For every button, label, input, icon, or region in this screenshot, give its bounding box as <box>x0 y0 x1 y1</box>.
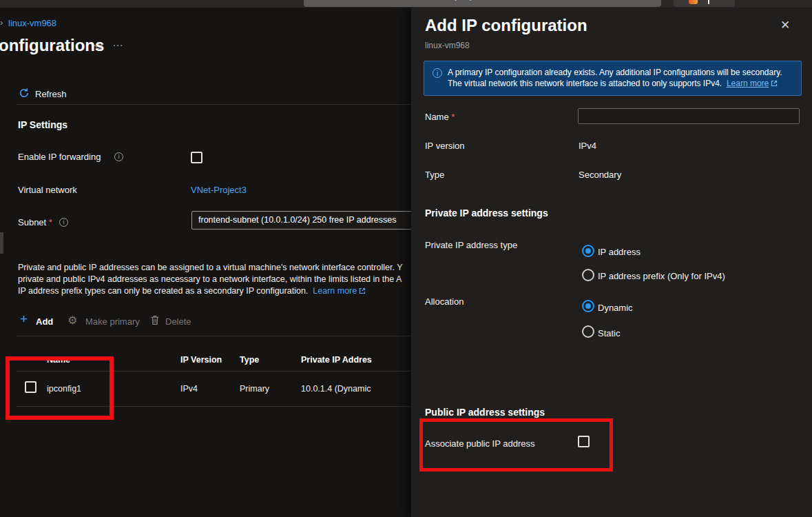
highlight-rectangle-table <box>6 356 114 420</box>
info-banner: i A primary IP configuration already exi… <box>424 61 802 96</box>
page-title: onfigurations <box>0 36 104 55</box>
orange-icon <box>689 0 698 4</box>
learn-more-link[interactable]: Learn more <box>313 286 357 296</box>
required-asterisk: * <box>49 217 52 227</box>
private-ip-type-label: Private IP address type <box>425 240 517 250</box>
private-ip-settings-heading: Private IP address settings <box>425 207 548 219</box>
banner-line1: A primary IP configuration already exist… <box>448 67 782 78</box>
learn-more-link[interactable]: Learn more <box>727 79 769 88</box>
external-link-icon <box>771 79 778 90</box>
panel-subtitle: linux-vm968 <box>425 41 470 50</box>
add-plus-icon: + <box>20 312 28 327</box>
add-ip-configuration-panel: Add IP configuration ✕ linux-vm968 i A p… <box>411 8 812 517</box>
type-value: Secondary <box>579 170 621 180</box>
add-button[interactable]: Add <box>36 316 53 327</box>
search-placeholder: Search resources, services, and docs (G+… <box>313 0 472 1</box>
subnet-select[interactable]: frontend-subnet (10.0.1.0/24) 250 free I… <box>191 211 420 230</box>
global-search-input[interactable]: Search resources, services, and docs (G+… <box>304 0 661 7</box>
radio-static-label[interactable]: Static <box>598 328 621 338</box>
info-banner-text: A primary IP configuration already exist… <box>448 67 782 90</box>
radio-dynamic[interactable] <box>582 300 594 312</box>
breadcrumb-item-vm[interactable]: linux-vm968 <box>8 18 56 28</box>
banner-line2-text: The virtual network this network interfa… <box>448 79 722 88</box>
type-label: Type <box>425 170 444 180</box>
delete-button[interactable]: Delete <box>165 316 191 327</box>
row-type: Primary <box>240 384 269 394</box>
radio-ip-address-label[interactable]: IP address <box>598 247 641 257</box>
info-icon[interactable]: i <box>114 152 123 161</box>
virtual-network-label: Virtual network <box>18 185 77 195</box>
allocation-label: Allocation <box>425 296 464 307</box>
ip-settings-heading: IP Settings <box>18 119 67 130</box>
info-icon[interactable]: i <box>59 218 68 227</box>
table-header-private-ip[interactable]: Private IP Addres <box>301 355 372 365</box>
make-primary-button[interactable]: Make primary <box>85 316 140 327</box>
refresh-button[interactable]: Refresh <box>35 89 67 99</box>
radio-ip-address[interactable] <box>582 245 594 257</box>
banner-line2: The virtual network this network interfa… <box>448 78 782 90</box>
more-options-icon[interactable]: … <box>112 37 124 49</box>
breadcrumb-chevron-icon: › <box>0 17 3 28</box>
subnet-label-text: Subnet <box>18 217 46 227</box>
subnet-label: Subnet * <box>18 217 52 227</box>
close-icon[interactable]: ✕ <box>780 18 790 32</box>
public-ip-settings-heading: Public IP address settings <box>425 407 545 418</box>
favorite-star-icon[interactable]: ☆ <box>93 39 103 54</box>
gear-icon: ⚙ <box>67 314 77 327</box>
ip-version-value: IPv4 <box>579 141 596 151</box>
radio-static[interactable] <box>582 325 594 338</box>
refresh-icon <box>19 88 30 101</box>
portal-top-bar: Search resources, services, and docs (G+… <box>0 0 812 8</box>
description-line: IP address prefix types can only be crea… <box>18 286 366 296</box>
name-input[interactable] <box>578 108 800 124</box>
description-line-text: IP address prefix types can only be crea… <box>18 286 308 296</box>
external-link-icon <box>359 287 366 296</box>
table-header-ip-version[interactable]: IP Version <box>180 355 222 365</box>
radio-ip-address-prefix-label[interactable]: IP address prefix (Only for IPv4) <box>598 271 725 281</box>
info-icon: i <box>433 68 442 78</box>
virtual-network-link[interactable]: VNet-Project3 <box>191 185 247 195</box>
description-line: private and public IPv4 addresses as nec… <box>18 274 402 284</box>
highlight-rectangle-associate <box>419 418 613 472</box>
required-asterisk: * <box>451 112 455 122</box>
description-line: Private and public IP addresses can be a… <box>18 263 402 272</box>
row-ip-version: IPv4 <box>180 384 198 394</box>
table-header-type[interactable]: Type <box>240 355 259 365</box>
page-edge-scroll-handle[interactable] <box>0 232 3 254</box>
toolbar-divider <box>17 336 411 336</box>
enable-ip-forwarding-label: Enable IP forwarding <box>18 152 101 162</box>
enable-ip-forwarding-checkbox[interactable] <box>191 152 202 163</box>
azure-portal-window: › linux-vm968 onfigurations ☆ … Refresh … <box>0 0 812 517</box>
radio-dynamic-label[interactable]: Dynamic <box>598 303 633 313</box>
topbar-button[interactable] <box>674 0 735 7</box>
ip-version-label: IP version <box>425 141 465 151</box>
cursor-bar <box>708 0 709 4</box>
radio-ip-address-prefix[interactable] <box>582 269 594 281</box>
name-label: Name * <box>425 112 455 122</box>
name-label-text: Name <box>425 112 449 122</box>
toolbar-divider <box>17 104 411 105</box>
panel-title: Add IP configuration <box>425 16 587 35</box>
trash-icon <box>150 315 160 327</box>
row-private-ip: 10.0.1.4 (Dynamic <box>301 384 371 394</box>
